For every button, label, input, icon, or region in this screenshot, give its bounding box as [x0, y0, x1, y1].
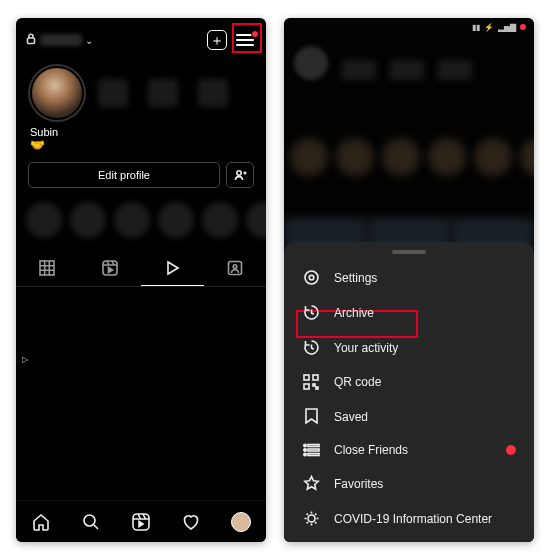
tab-grid[interactable]	[16, 250, 79, 286]
svg-point-19	[303, 453, 305, 455]
highlight[interactable]	[70, 202, 106, 238]
svg-rect-2	[40, 261, 54, 275]
highlight[interactable]	[114, 202, 150, 238]
menu-your-activity[interactable]: Your activity	[284, 330, 534, 365]
menu-label: Favorites	[334, 477, 383, 491]
stats-row	[98, 79, 254, 107]
username-dropdown[interactable]: ⌄	[40, 34, 93, 46]
profile-tabs	[16, 250, 266, 287]
menu-favorites[interactable]: Favorites	[284, 466, 534, 501]
covid-icon	[302, 510, 320, 527]
menu-sheet: Settings Archive Your activity QR code S	[284, 242, 534, 542]
highlights-blur	[290, 138, 528, 186]
menu-label: QR code	[334, 375, 381, 389]
top-bar: ⌄ ＋	[16, 18, 266, 58]
menu-label: Saved	[334, 410, 368, 424]
story-highlights	[16, 196, 266, 244]
discover-people-button[interactable]	[226, 162, 254, 188]
svg-rect-13	[313, 384, 315, 386]
tab-reels[interactable]	[79, 250, 142, 286]
svg-rect-11	[313, 375, 318, 380]
menu-close-friends[interactable]: Close Friends	[284, 434, 534, 466]
menu-settings[interactable]: Settings	[284, 260, 534, 295]
notification-dot	[251, 30, 259, 38]
nav-reels[interactable]	[116, 501, 166, 542]
activity-icon	[302, 339, 320, 356]
nav-profile[interactable]	[216, 501, 266, 542]
plus-icon: ＋	[207, 30, 227, 50]
menu-label: Close Friends	[334, 443, 408, 457]
nav-avatar-icon	[231, 512, 251, 532]
svg-rect-16	[308, 445, 319, 447]
svg-rect-0	[28, 38, 35, 44]
highlight[interactable]	[158, 202, 194, 238]
status-bar: ▮▮⚡▂▅▇	[284, 18, 534, 36]
highlight[interactable]	[202, 202, 238, 238]
edit-profile-button[interactable]: Edit profile	[28, 162, 220, 188]
content-grid: ▷	[16, 287, 266, 487]
menu-label: Your activity	[334, 341, 398, 355]
nav-home[interactable]	[16, 501, 66, 542]
display-name: Subin	[30, 126, 252, 138]
bio-emoji: 🤝	[30, 138, 252, 152]
phone-profile: ⌄ ＋ Subin 🤝 Edit profile	[16, 18, 266, 542]
nav-search[interactable]	[66, 501, 116, 542]
star-icon	[302, 475, 320, 492]
svg-point-21	[308, 515, 315, 522]
svg-point-1	[237, 171, 241, 175]
profile-blur	[294, 46, 524, 94]
svg-rect-20	[308, 454, 319, 456]
profile-header	[16, 58, 266, 124]
tab-video[interactable]	[141, 250, 204, 286]
name-block: Subin 🤝	[16, 124, 266, 158]
svg-rect-12	[304, 384, 309, 389]
nav-activity[interactable]	[166, 501, 216, 542]
followers-count[interactable]	[148, 79, 178, 107]
menu-label: Settings	[334, 271, 377, 285]
sheet-grabber[interactable]	[392, 250, 426, 254]
bottom-nav	[16, 500, 266, 542]
svg-point-15	[303, 444, 305, 446]
lock-icon	[26, 33, 36, 48]
chevron-down-icon: ⌄	[85, 35, 93, 46]
svg-point-17	[303, 449, 305, 451]
avatar[interactable]	[28, 64, 86, 122]
svg-rect-18	[308, 449, 319, 451]
qr-icon	[302, 374, 320, 390]
menu-archive[interactable]: Archive	[284, 295, 534, 330]
svg-point-6	[84, 515, 95, 526]
following-count[interactable]	[198, 79, 228, 107]
posts-count[interactable]	[98, 79, 128, 107]
svg-rect-14	[316, 387, 318, 389]
status-notification-dot	[520, 24, 526, 30]
saved-icon	[302, 408, 320, 425]
menu-label: Archive	[334, 306, 374, 320]
menu-button[interactable]	[234, 29, 256, 51]
svg-point-9	[309, 275, 314, 280]
notification-badge	[506, 445, 516, 455]
menu-label: COVID-19 Information Center	[334, 512, 492, 526]
phone-menu-sheet: ▮▮⚡▂▅▇ Settings Archive Your a	[284, 18, 534, 542]
svg-rect-10	[304, 375, 309, 380]
archive-icon	[302, 304, 320, 321]
menu-qr-code[interactable]: QR code	[284, 365, 534, 399]
settings-icon	[302, 269, 320, 286]
create-button[interactable]: ＋	[206, 29, 228, 51]
highlight[interactable]	[246, 202, 266, 238]
play-indicator-icon: ▷	[22, 355, 28, 364]
menu-saved[interactable]: Saved	[284, 399, 534, 434]
hamburger-icon	[236, 34, 254, 46]
svg-point-8	[305, 271, 318, 284]
menu-covid[interactable]: COVID-19 Information Center	[284, 501, 534, 536]
close-friends-icon	[302, 443, 320, 457]
highlight[interactable]	[26, 202, 62, 238]
svg-point-5	[233, 265, 237, 269]
username-blurred	[40, 34, 82, 46]
tab-tagged[interactable]	[204, 250, 267, 286]
